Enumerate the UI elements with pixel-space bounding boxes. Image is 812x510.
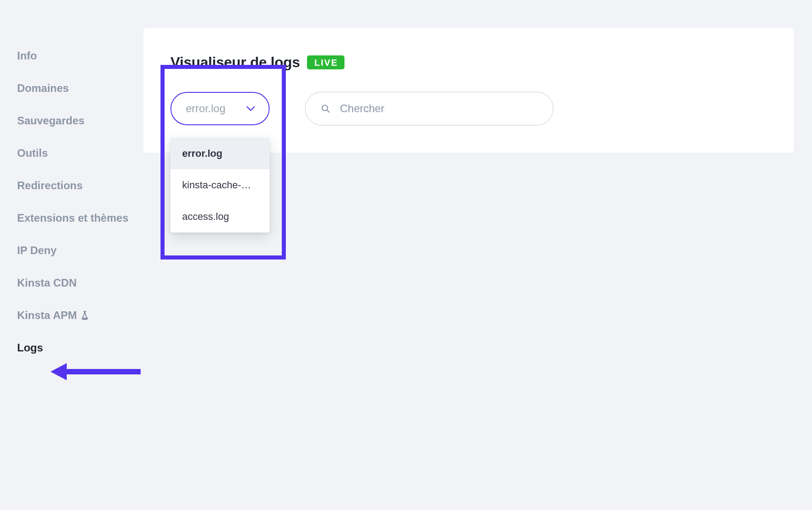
sidebar-item-logs[interactable]: Logs bbox=[17, 332, 143, 364]
sidebar-item-label: Extensions et thèmes bbox=[17, 212, 128, 224]
sidebar-item-label: Kinsta CDN bbox=[17, 277, 77, 289]
sidebar-item-kinsta-apm[interactable]: Kinsta APM bbox=[17, 299, 143, 332]
nav-list: Info Domaines Sauvegardes Outils Redirec… bbox=[17, 40, 143, 364]
sidebar-item-label: Outils bbox=[17, 147, 48, 159]
sidebar-item-label: Sauvegardes bbox=[17, 114, 84, 127]
sidebar-item-info[interactable]: Info bbox=[17, 40, 143, 72]
chevron-down-icon bbox=[246, 105, 255, 112]
search-input[interactable] bbox=[340, 102, 537, 115]
page-title: Visualiseur de logs bbox=[170, 54, 300, 71]
log-viewer-card: Visualiseur de logs LIVE error.log error… bbox=[143, 28, 794, 153]
dropdown-option-access-log[interactable]: access.log bbox=[170, 201, 270, 232]
dropdown-option-kinsta-cache[interactable]: kinsta-cache-… bbox=[170, 169, 270, 201]
log-file-dropdown: error.log kinsta-cache-… access.log bbox=[170, 138, 270, 232]
sidebar-item-outils[interactable]: Outils bbox=[17, 137, 143, 169]
sidebar-item-label: IP Deny bbox=[17, 244, 57, 257]
search-icon bbox=[321, 104, 330, 113]
live-badge: LIVE bbox=[307, 55, 344, 69]
sidebar-item-extensions-themes[interactable]: Extensions et thèmes bbox=[17, 202, 143, 234]
sidebar-item-label: Redirections bbox=[17, 179, 83, 192]
controls-row: error.log error.log kinsta-cache-… acces… bbox=[170, 91, 767, 126]
sidebar-item-domaines[interactable]: Domaines bbox=[17, 72, 143, 105]
title-row: Visualiseur de logs LIVE bbox=[170, 54, 767, 71]
sidebar-item-kinsta-cdn[interactable]: Kinsta CDN bbox=[17, 267, 143, 299]
sidebar-item-label: Info bbox=[17, 50, 37, 62]
svg-line-3 bbox=[327, 110, 329, 112]
sidebar-item-label: Logs bbox=[17, 342, 43, 354]
log-select-wrap: error.log error.log kinsta-cache-… acces… bbox=[170, 92, 295, 125]
sidebar-item-label: Domaines bbox=[17, 82, 69, 95]
beta-flask-icon bbox=[81, 311, 88, 320]
main: Visualiseur de logs LIVE error.log error… bbox=[143, 0, 812, 510]
sidebar-item-sauvegardes[interactable]: Sauvegardes bbox=[17, 105, 143, 137]
search-field[interactable] bbox=[305, 91, 554, 126]
log-file-select[interactable]: error.log bbox=[170, 92, 270, 125]
dropdown-option-error-log[interactable]: error.log bbox=[170, 138, 270, 169]
sidebar-item-ip-deny[interactable]: IP Deny bbox=[17, 234, 143, 267]
sidebar-item-redirections[interactable]: Redirections bbox=[17, 169, 143, 202]
log-file-select-value: error.log bbox=[186, 102, 225, 115]
sidebar: Info Domaines Sauvegardes Outils Redirec… bbox=[0, 0, 143, 510]
sidebar-item-label: Kinsta APM bbox=[17, 309, 77, 322]
